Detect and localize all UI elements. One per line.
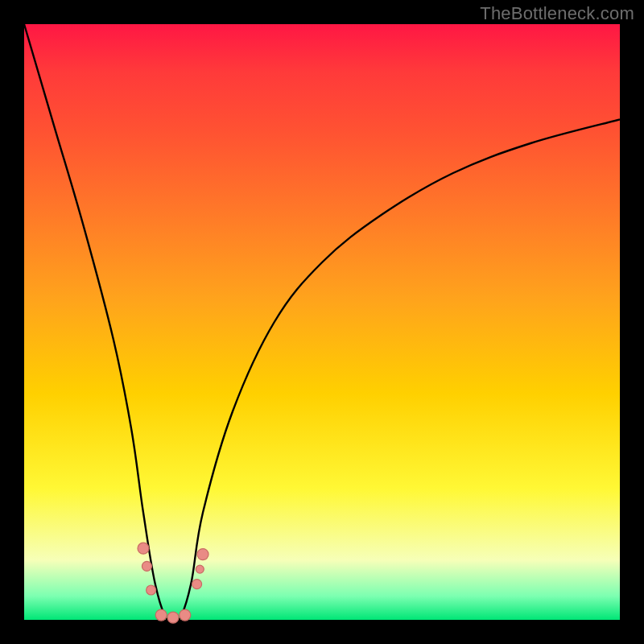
marker-left-cluster-lower bbox=[147, 585, 156, 595]
marker-bottom-mid bbox=[167, 612, 179, 623]
data-markers bbox=[138, 543, 208, 623]
chart-svg bbox=[24, 24, 620, 620]
marker-right-cluster-upper bbox=[197, 549, 208, 560]
marker-right-cluster-lower bbox=[192, 580, 202, 589]
marker-left-cluster-upper2 bbox=[142, 561, 151, 571]
marker-bottom-midR bbox=[180, 609, 191, 621]
marker-left-cluster-upper bbox=[138, 543, 149, 554]
outer-frame: TheBottleneck.com bbox=[0, 0, 644, 644]
marker-right-cluster-upper2 bbox=[196, 565, 204, 573]
watermark-label: TheBottleneck.com bbox=[480, 3, 634, 24]
marker-bottom-midL bbox=[155, 609, 167, 621]
bottleneck-curve bbox=[24, 24, 620, 625]
